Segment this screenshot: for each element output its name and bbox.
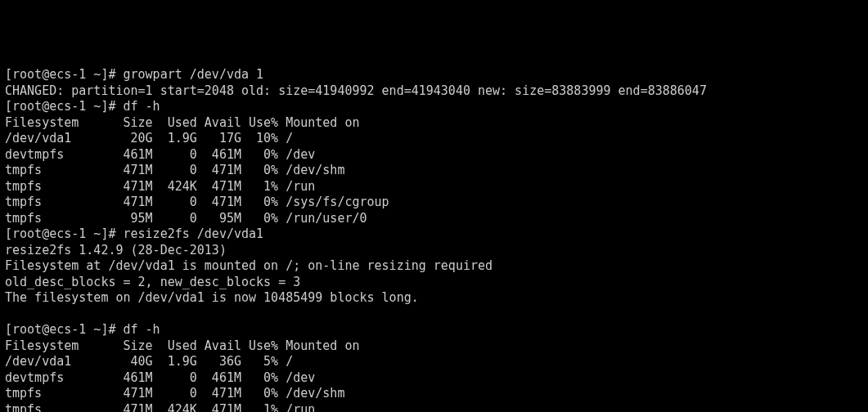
prompt: [root@ecs-1 ~]#: [5, 226, 124, 241]
df1-row: tmpfs 471M 0 471M 0% /dev/shm: [5, 163, 344, 177]
df2-header: Filesystem Size Used Avail Use% Mounted …: [5, 338, 359, 353]
output-resize2fs: old_desc_blocks = 2, new_desc_blocks = 3: [5, 275, 300, 289]
output-growpart: CHANGED: partition=1 start=2048 old: siz…: [5, 83, 707, 98]
df1-header: Filesystem Size Used Avail Use% Mounted …: [5, 115, 359, 130]
df1-row: tmpfs 471M 0 471M 0% /sys/fs/cgroup: [5, 195, 389, 209]
command-df1: df -h: [124, 99, 160, 114]
output-resize2fs: The filesystem on /dev/vda1 is now 10485…: [5, 290, 419, 305]
output-resize2fs: Filesystem at /dev/vda1 is mounted on /;…: [5, 258, 492, 273]
command-df2: df -h: [124, 322, 160, 337]
df1-row: tmpfs 95M 0 95M 0% /run/user/0: [5, 211, 367, 226]
df2-row: /dev/vda1 40G 1.9G 36G 5% /: [5, 354, 293, 369]
df2-row: tmpfs 471M 424K 471M 1% /run: [5, 402, 315, 413]
terminal[interactable]: [root@ecs-1 ~]# growpart /dev/vda 1 CHAN…: [0, 64, 868, 412]
output-resize2fs: resize2fs 1.42.9 (28-Dec-2013): [5, 243, 227, 258]
prompt: [root@ecs-1 ~]#: [5, 322, 124, 337]
df1-row: /dev/vda1 20G 1.9G 17G 10% /: [5, 131, 293, 146]
command-growpart: growpart /dev/vda 1: [124, 67, 264, 82]
df1-row: devtmpfs 461M 0 461M 0% /dev: [5, 147, 315, 162]
command-resize2fs: resize2fs /dev/vda1: [124, 226, 264, 241]
df2-row: tmpfs 471M 0 471M 0% /dev/shm: [5, 386, 344, 401]
prompt: [root@ecs-1 ~]#: [5, 67, 124, 82]
df2-row: devtmpfs 461M 0 461M 0% /dev: [5, 370, 315, 385]
prompt: [root@ecs-1 ~]#: [5, 99, 124, 114]
df1-row: tmpfs 471M 424K 471M 1% /run: [5, 179, 315, 194]
